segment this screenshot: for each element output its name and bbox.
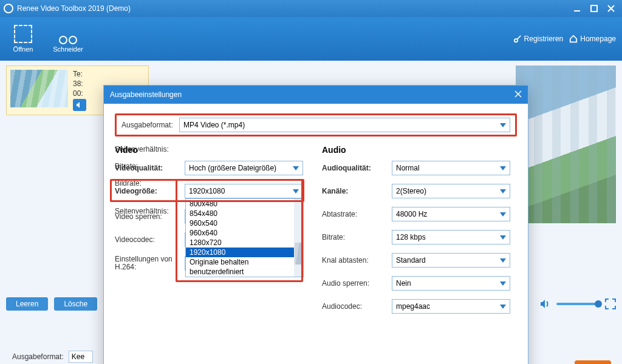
svg-line-5 xyxy=(517,36,521,39)
audio-codec-value: mpeg4aac xyxy=(396,302,430,311)
video-codec-label: Videocodec: xyxy=(115,235,185,244)
bg-output-format-value[interactable] xyxy=(69,351,93,363)
clear-button[interactable]: Leeren xyxy=(6,297,48,311)
content-area: Te: 38: 00: Leeren Lösche D Ausgabeforma… xyxy=(0,61,622,364)
app-logo-icon xyxy=(4,4,13,13)
cut-label: Schneider xyxy=(53,46,83,53)
video-size-option[interactable]: Originale behalten xyxy=(186,257,303,267)
dialog-titlebar: Ausgabeeinstellungen xyxy=(104,86,528,104)
audio-quality-select[interactable]: Normal xyxy=(392,161,510,175)
svg-rect-1 xyxy=(591,5,597,12)
video-bitrate-label: Bitrate: xyxy=(115,162,185,170)
dialog-title: Ausgabeeinstellungen xyxy=(110,90,514,99)
video-size-value: 1920x1080 xyxy=(189,187,225,195)
audio-samplerate-label: Abtastrate: xyxy=(322,210,392,218)
filmstrip-icon xyxy=(14,25,32,43)
volume-icon[interactable] xyxy=(539,298,550,309)
audio-codec-select[interactable]: mpeg4aac xyxy=(392,299,510,314)
homepage-link[interactable]: Homepage xyxy=(569,35,616,43)
audio-bitrate-value: 128 kbps xyxy=(396,233,426,241)
video-size-option[interactable]: 1280x720 xyxy=(186,238,303,248)
video-size-label: Videogröße: xyxy=(115,187,185,195)
video-thumbnail xyxy=(10,70,68,107)
open-label: Öffnen xyxy=(13,46,33,53)
video-column: Video Videoqualität: Hoch (größere Datei… xyxy=(115,143,310,322)
chevron-down-icon xyxy=(500,235,506,240)
chevron-down-icon xyxy=(500,305,506,309)
fullscreen-icon[interactable] xyxy=(605,298,616,309)
audio-resample-value: Standard xyxy=(396,256,426,265)
audio-bitrate-select[interactable]: 128 kbps xyxy=(392,230,510,244)
file-duration: 38: xyxy=(73,79,86,88)
audio-lock-value: Nein xyxy=(396,279,411,288)
audio-resample-select[interactable]: Standard xyxy=(392,253,510,268)
video-size-option[interactable]: 800x480 xyxy=(186,199,303,209)
dialog-close-button[interactable] xyxy=(514,90,522,99)
scrollbar-thumb[interactable] xyxy=(295,243,302,265)
cut-button[interactable]: Schneider xyxy=(51,21,85,57)
chevron-down-icon xyxy=(500,281,506,286)
audio-channels-select[interactable]: 2(Stereo) xyxy=(392,184,510,198)
file-time: 00: xyxy=(73,89,86,98)
audio-samplerate-select[interactable]: 48000 Hz xyxy=(392,207,510,221)
maximize-button[interactable] xyxy=(587,2,601,15)
close-button[interactable] xyxy=(604,2,618,15)
video-size-option[interactable]: 854x480 xyxy=(186,209,303,218)
main-toolbar: Öffnen Schneider Registrieren Homepage xyxy=(0,17,622,61)
audio-column: Audio Audioqualität:Normal Kanäle:2(Ster… xyxy=(322,143,517,322)
video-aspect-label2: Seitenverhältnis: xyxy=(115,145,185,153)
video-size-option[interactable]: benutzerdefiniert xyxy=(186,267,303,277)
chevron-down-icon xyxy=(293,189,299,194)
output-format-value: MP4 Video (*.mp4) xyxy=(183,121,245,129)
home-icon xyxy=(569,35,578,43)
preview-pane xyxy=(516,66,616,223)
video-fps-label: Bildrate: xyxy=(115,179,185,187)
chevron-down-icon xyxy=(500,212,506,217)
bg-output-format-label: Ausgabeformat: xyxy=(12,352,64,361)
audio-heading: Audio xyxy=(322,145,517,155)
audio-channels-label: Kanäle: xyxy=(322,187,392,195)
chevron-down-icon xyxy=(500,189,506,194)
audio-quality-label: Audioqualität: xyxy=(322,164,392,172)
video-size-dropdown[interactable]: 800x480854x480960x540960x6401280x7201920… xyxy=(185,198,304,277)
audio-codec-label: Audiocodec: xyxy=(322,302,392,311)
register-label: Registrieren xyxy=(524,35,564,43)
audio-bitrate-label: Bitrate: xyxy=(322,233,392,241)
audio-lock-label: Audio sperren: xyxy=(322,279,392,288)
chevron-down-icon xyxy=(500,123,506,127)
key-icon xyxy=(513,35,522,43)
titlebar: Renee Video Toolbox 2019 (Demo) xyxy=(0,0,622,17)
video-size-option[interactable]: 960x540 xyxy=(186,218,303,228)
open-button[interactable]: Öffnen xyxy=(6,21,40,57)
window-title: Renee Video Toolbox 2019 (Demo) xyxy=(17,4,567,13)
output-settings-dialog: Ausgabeeinstellungen Ausgabeformat: MP4 … xyxy=(103,85,528,364)
dropdown-scrollbar[interactable] xyxy=(294,199,303,277)
output-format-select[interactable]: MP4 Video (*.mp4) xyxy=(179,118,510,132)
audio-resample-label: Knal abtasten: xyxy=(322,256,392,265)
volume-slider[interactable] xyxy=(556,303,599,305)
chevron-down-icon xyxy=(500,258,506,263)
delete-button[interactable]: Lösche xyxy=(54,297,97,311)
register-link[interactable]: Registrieren xyxy=(513,35,564,43)
speaker-icon xyxy=(76,101,83,109)
file-info: Te: 38: 00: xyxy=(73,70,86,111)
file-name: Te: xyxy=(73,70,86,78)
video-lock-label: Video sperren: xyxy=(115,212,185,221)
video-size-option[interactable]: 1920x1080 xyxy=(186,248,303,257)
minimize-button[interactable] xyxy=(570,2,584,15)
output-format-highlight: Ausgabeformat: MP4 Video (*.mp4) xyxy=(115,113,517,136)
audio-lock-select[interactable]: Nein xyxy=(392,276,510,291)
audio-preview-button[interactable] xyxy=(73,99,86,111)
output-format-label: Ausgabeformat: xyxy=(121,121,179,129)
player-controls xyxy=(539,298,616,309)
audio-channels-value: 2(Stereo) xyxy=(396,187,426,195)
scissors-icon xyxy=(59,25,77,43)
start-button[interactable]: rt xyxy=(575,360,611,364)
video-h264-label: Einstellungen von H.264: xyxy=(115,255,185,271)
homepage-label: Homepage xyxy=(580,35,616,43)
video-size-option[interactable]: 960x640 xyxy=(186,228,303,238)
audio-samplerate-value: 48000 Hz xyxy=(396,210,427,218)
chevron-down-icon xyxy=(500,166,506,170)
audio-quality-value: Normal xyxy=(396,164,420,172)
app-window: Renee Video Toolbox 2019 (Demo) Öffnen S… xyxy=(0,0,622,364)
